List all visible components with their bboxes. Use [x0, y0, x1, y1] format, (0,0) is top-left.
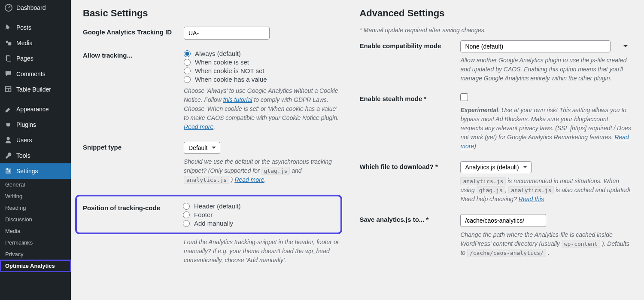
- comment-icon: [4, 70, 13, 78]
- highlight-position-box: Position of tracking-code Header (defaul…: [75, 195, 342, 234]
- file-link-readthis[interactable]: Read this: [519, 196, 544, 202]
- advanced-note: * Manual update required after saving ch…: [359, 27, 632, 34]
- row-position: Position of tracking-code Header (defaul…: [83, 202, 336, 228]
- submenu-reading[interactable]: Reading: [0, 202, 71, 214]
- sidebar-item-appearance[interactable]: Appearance: [0, 101, 71, 117]
- user-icon: [4, 136, 13, 144]
- position-label: Position of tracking-code: [83, 202, 183, 211]
- row-tracking-id: Google Analytics Tracking ID: [83, 27, 342, 40]
- menu-label: Users: [16, 137, 32, 144]
- svg-rect-12: [7, 168, 8, 170]
- svg-rect-10: [6, 171, 11, 171]
- tracking-id-label: Google Analytics Tracking ID: [83, 27, 184, 36]
- snippet-link-readmore[interactable]: Read more: [234, 176, 264, 183]
- allow-tracking-cookie-not-set[interactable]: When cookie is NOT set: [184, 67, 342, 74]
- stealth-desc: Experimental: Use at your own risk! This…: [460, 106, 632, 151]
- snippet-type-select[interactable]: Default: [184, 142, 220, 154]
- page-icon: [4, 54, 13, 63]
- svg-point-1: [6, 41, 8, 43]
- menu-label: Pages: [16, 55, 33, 62]
- svg-point-8: [7, 137, 10, 140]
- sidebar-item-posts[interactable]: Posts: [0, 20, 71, 35]
- allow-tracking-link-readmore[interactable]: Read more: [184, 123, 213, 130]
- sidebar-item-comments[interactable]: Comments: [0, 66, 71, 82]
- row-stealth: Enable stealth mode * Experimental: Use …: [359, 93, 632, 151]
- allow-tracking-always[interactable]: Always (default): [184, 50, 342, 57]
- menu-label: Tools: [16, 152, 30, 159]
- file-select[interactable]: Analytics.js (default): [460, 161, 532, 173]
- media-icon: [4, 39, 13, 47]
- sidebar-item-pages[interactable]: Pages: [0, 51, 71, 66]
- menu-label: Media: [16, 40, 33, 46]
- allow-tracking-cookie-set[interactable]: When cookie is set: [184, 58, 342, 66]
- appearance-icon: [4, 105, 13, 113]
- sidebar-item-settings[interactable]: Settings: [0, 163, 71, 179]
- sidebar-item-plugins[interactable]: Plugins: [0, 117, 71, 132]
- submenu-permalinks[interactable]: Permalinks: [0, 237, 71, 248]
- advanced-settings-section: Advanced Settings * Manual update requir…: [359, 8, 632, 268]
- menu-label: Dashboard: [16, 4, 46, 11]
- menu-label: Comments: [16, 70, 46, 77]
- svg-rect-11: [6, 173, 11, 174]
- settings-icon: [4, 167, 13, 175]
- submenu-media[interactable]: Media: [0, 225, 71, 237]
- sidebar-item-tools[interactable]: Tools: [0, 148, 71, 163]
- snippet-type-label: Snippet type: [83, 142, 184, 151]
- menu-label: Appearance: [16, 106, 49, 113]
- basic-heading: Basic Settings: [83, 8, 342, 19]
- svg-rect-4: [7, 56, 11, 62]
- admin-sidebar: Dashboard Posts Media Pages Comments Tab…: [0, 0, 71, 300]
- advanced-heading: Advanced Settings: [359, 8, 632, 19]
- submenu-optimize-analytics[interactable]: Optimize Analytics: [0, 260, 71, 272]
- allow-tracking-link-tutorial[interactable]: this tutorial: [223, 96, 252, 103]
- allow-tracking-cookie-value[interactable]: When cookie has a value: [184, 76, 342, 83]
- tracking-id-input[interactable]: [184, 27, 270, 40]
- svg-rect-13: [9, 170, 10, 172]
- menu-label: Posts: [16, 24, 31, 31]
- plugin-icon: [4, 120, 13, 129]
- stealth-label: Enable stealth mode *: [359, 93, 460, 102]
- sidebar-item-table-builder[interactable]: Table Builder: [0, 82, 71, 97]
- save-path-input[interactable]: [460, 214, 546, 227]
- tool-icon: [4, 151, 13, 160]
- svg-rect-9: [6, 169, 11, 170]
- allow-tracking-desc: Choose 'Always' to use Google Analytics …: [184, 86, 342, 132]
- allow-tracking-label: Allow tracking...: [83, 50, 184, 59]
- row-compat: Enable compatibility mode None (default)…: [359, 40, 632, 83]
- file-label: Which file to download? *: [359, 161, 460, 170]
- sidebar-item-users[interactable]: Users: [0, 132, 71, 148]
- row-save: Save analytics.js to... * Change the pat…: [359, 214, 632, 257]
- row-snippet-type: Snippet type Default Should we use the d…: [83, 142, 342, 184]
- dashboard-icon: [4, 3, 13, 12]
- menu-label: Settings: [16, 168, 38, 174]
- table-icon: [4, 85, 13, 94]
- submenu-discussion[interactable]: Discussion: [0, 214, 71, 225]
- main-content: Basic Settings Google Analytics Tracking…: [71, 0, 644, 300]
- submenu-writing[interactable]: Writing: [0, 190, 71, 202]
- pin-icon: [4, 23, 13, 32]
- menu-label: Table Builder: [16, 86, 51, 93]
- compat-desc: Allow another Google Analytics plugin to…: [460, 56, 632, 83]
- save-label: Save analytics.js to... *: [359, 214, 460, 223]
- menu-label: Plugins: [16, 121, 36, 128]
- svg-rect-2: [8, 42, 11, 45]
- compat-select[interactable]: None (default): [460, 40, 611, 52]
- position-footer[interactable]: Footer: [183, 211, 336, 218]
- position-header[interactable]: Header (default): [183, 202, 336, 210]
- position-desc: Load the Analytics tracking-snippet in t…: [184, 238, 342, 265]
- submenu-general[interactable]: General: [0, 179, 71, 190]
- save-desc: Change the path where the Analytics-file…: [460, 230, 632, 257]
- file-desc: analytics.js is recommended in most situ…: [460, 177, 632, 204]
- sidebar-item-dashboard[interactable]: Dashboard: [0, 0, 71, 15]
- stealth-checkbox[interactable]: [460, 93, 468, 101]
- sidebar-item-media[interactable]: Media: [0, 35, 71, 51]
- snippet-type-desc: Should we use the default or the asynchr…: [184, 157, 342, 184]
- compat-label: Enable compatibility mode: [359, 40, 460, 49]
- basic-settings-section: Basic Settings Google Analytics Tracking…: [83, 8, 342, 268]
- submenu-privacy[interactable]: Privacy: [0, 248, 71, 260]
- position-manual[interactable]: Add manually: [183, 220, 336, 227]
- row-allow-tracking: Allow tracking... Always (default) When …: [83, 50, 342, 132]
- row-file: Which file to download? * Analytics.js (…: [359, 161, 632, 204]
